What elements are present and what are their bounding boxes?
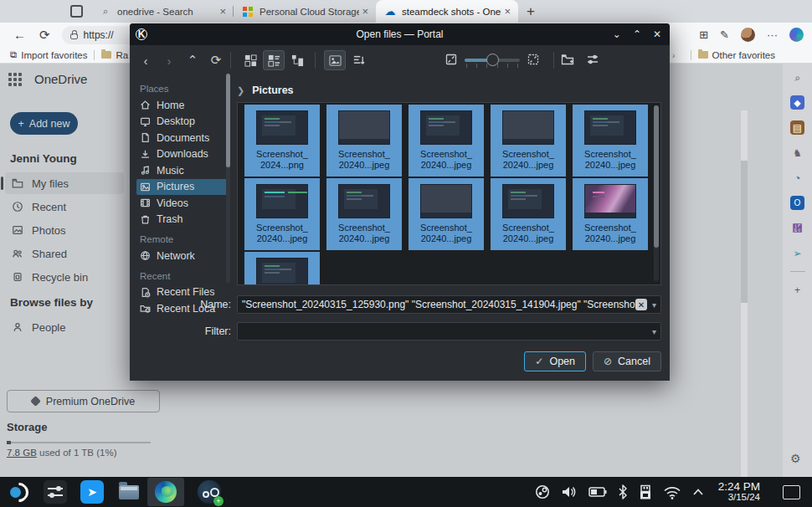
shopping-tag-icon[interactable]: ⬥ xyxy=(790,95,804,110)
place-documents[interactable]: Documents xyxy=(136,130,230,146)
back-icon[interactable]: ‹ xyxy=(138,54,153,68)
steam-tray-icon[interactable] xyxy=(535,484,550,499)
close-icon[interactable]: × xyxy=(359,5,371,18)
place-downloads[interactable]: Downloads xyxy=(136,146,230,163)
settings-app-icon[interactable] xyxy=(44,480,67,504)
place-desktop[interactable]: Desktop xyxy=(136,114,230,131)
outlook-icon[interactable]: O xyxy=(790,196,804,210)
tree-view-button[interactable] xyxy=(286,50,308,70)
m365-icon[interactable]: ◔ xyxy=(790,171,804,185)
breadcrumb-folder[interactable]: Pictures xyxy=(252,84,293,96)
place-home[interactable]: Home xyxy=(136,97,230,114)
app-launcher-icon[interactable] xyxy=(8,73,22,86)
close-icon[interactable]: × xyxy=(501,5,513,18)
other-favorites-button[interactable]: Other favorites xyxy=(698,50,775,60)
controller-icon[interactable]: ὘ xyxy=(790,221,804,235)
add-new-button[interactable]: + Add new xyxy=(10,112,78,135)
bluetooth-icon[interactable] xyxy=(618,484,628,499)
forward-icon[interactable]: › xyxy=(162,54,177,68)
chevron-down-icon[interactable]: ▾ xyxy=(652,327,656,336)
bookmark-folder[interactable]: Ra xyxy=(101,50,128,60)
usb-device-icon[interactable] xyxy=(639,484,652,500)
taskbar-clock[interactable]: 2:24 PM 3/15/24 xyxy=(718,481,760,503)
place-trash[interactable]: Trash xyxy=(136,212,230,228)
file-tile[interactable]: Screenshot_20240...jpeg xyxy=(573,178,648,250)
place-music[interactable]: Music xyxy=(136,162,230,179)
refresh-icon[interactable]: ⟳ xyxy=(39,28,50,43)
tab-workspaces-icon[interactable] xyxy=(70,5,83,18)
zoom-slider[interactable] xyxy=(465,54,520,67)
profile-avatar[interactable] xyxy=(741,28,755,42)
edge-taskbar-active[interactable] xyxy=(147,478,184,506)
back-icon[interactable]: ← xyxy=(13,28,26,42)
collections-icon[interactable]: ⊞ xyxy=(699,28,708,41)
close-icon[interactable]: × xyxy=(217,5,229,18)
options-icon[interactable] xyxy=(586,53,599,69)
steam-app-icon[interactable]: + xyxy=(198,480,221,504)
zoom-slider-handle[interactable] xyxy=(486,54,499,66)
open-button[interactable]: ✓ Open xyxy=(524,351,586,371)
zoom-in-icon[interactable] xyxy=(527,53,540,69)
places-scrollbar[interactable] xyxy=(226,74,230,283)
battery-icon[interactable] xyxy=(588,486,607,498)
sidebar-item-recycle-bin[interactable]: Recycle bin xyxy=(5,266,124,288)
sort-button[interactable] xyxy=(347,50,369,70)
tab-onedrive-search[interactable]: ⌕ onedrive - Search × xyxy=(91,0,234,23)
file-tile[interactable]: Screenshot_20240...jpeg xyxy=(326,178,402,250)
file-manager-icon[interactable] xyxy=(117,480,141,504)
tray-expand-icon[interactable] xyxy=(692,488,704,496)
sidebar-item-photos[interactable]: Photos xyxy=(5,219,124,241)
file-tile[interactable]: Screenshot_20240...jpeg xyxy=(491,178,566,250)
preview-toggle-button[interactable] xyxy=(324,50,346,70)
clear-icon[interactable]: ✕ xyxy=(635,299,647,310)
volume-icon[interactable] xyxy=(561,484,578,499)
more-menu-icon[interactable]: ··· xyxy=(767,28,778,41)
details-view-button[interactable] xyxy=(263,50,285,70)
new-tab-button[interactable]: + xyxy=(527,3,535,20)
breadcrumb[interactable]: ❯ Pictures xyxy=(237,84,294,96)
sidebar-item-recent[interactable]: Recent xyxy=(5,196,124,218)
premium-onedrive-button[interactable]: Premium OneDrive xyxy=(7,390,160,412)
chevron-right-icon[interactable]: › xyxy=(672,50,676,60)
sidebar-gear-icon[interactable]: ⚙ xyxy=(790,452,801,465)
import-favorites-button[interactable]: ⧉ Import favorites xyxy=(10,49,87,60)
reload-icon[interactable]: ⟳ xyxy=(208,53,224,68)
send-icon[interactable]: ➢ xyxy=(790,246,804,260)
place-network[interactable]: Network xyxy=(136,248,230,264)
filter-input[interactable]: ▾ xyxy=(237,322,661,341)
maximize-icon[interactable]: ⌃ xyxy=(633,28,641,40)
search-icon[interactable]: ⌕ xyxy=(790,70,804,84)
icons-view-button[interactable] xyxy=(239,50,261,70)
add-sidebar-app-icon[interactable]: + xyxy=(790,283,804,297)
file-tile[interactable]: Screenshot_20240...jpeg xyxy=(244,178,320,250)
page-scrollbar[interactable] xyxy=(741,110,748,477)
discover-app-icon[interactable]: ➤ xyxy=(80,480,104,504)
file-tile[interactable]: Screenshot_20240...jpeg xyxy=(491,105,566,177)
toolbox-icon[interactable]: ▤ xyxy=(790,120,804,135)
start-menu-button[interactable] xyxy=(7,480,30,504)
place-videos[interactable]: Videos xyxy=(136,195,230,212)
dialog-titlebar[interactable]: K Open files — Portal ⌄ ⌃ ✕ xyxy=(130,23,670,45)
minimize-icon[interactable]: ⌄ xyxy=(613,28,621,40)
wifi-icon[interactable] xyxy=(663,485,681,499)
close-icon[interactable]: ✕ xyxy=(653,28,661,40)
storage-used-link[interactable]: 7.8 GB xyxy=(7,448,37,458)
up-icon[interactable]: ⌃ xyxy=(185,53,200,68)
cancel-button[interactable]: ⊘ Cancel xyxy=(593,351,661,371)
sidebar-item-my-files[interactable]: My files xyxy=(5,172,124,194)
tab-personal-cloud[interactable]: Personal Cloud Storage - M × xyxy=(234,0,376,23)
file-tile[interactable]: Screenshot_20240...jpeg xyxy=(326,105,402,177)
file-tile[interactable]: Screenshot_20240...jpeg xyxy=(409,105,484,177)
file-view-scrollbar[interactable] xyxy=(654,105,659,281)
tab-steamdeck-shots[interactable]: ☁ steamdeck shots - OneDri × xyxy=(376,0,518,23)
chevron-down-icon[interactable]: ▾ xyxy=(652,300,656,310)
file-tile[interactable] xyxy=(244,252,320,285)
place-pictures[interactable]: Pictures xyxy=(136,179,230,196)
copilot-icon[interactable] xyxy=(789,28,804,42)
file-tile[interactable]: Screenshot_20240...jpeg xyxy=(573,105,648,177)
sync-check-icon[interactable]: ✎ xyxy=(720,28,729,41)
file-tile[interactable]: Screenshot_2024...png xyxy=(244,105,320,177)
name-input[interactable]: "Screenshot_20240315_125930.png" "Screen… xyxy=(237,295,661,314)
new-folder-icon[interactable] xyxy=(561,53,574,69)
games-icon[interactable]: ♞ xyxy=(790,146,804,160)
